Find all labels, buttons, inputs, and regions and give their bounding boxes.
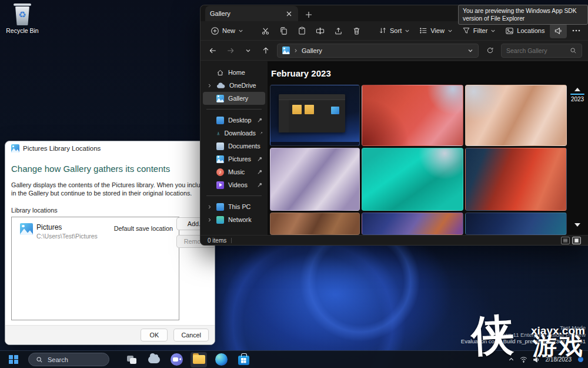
- recycle-bin-shortcut[interactable]: ♻ Recycle Bin: [1, 4, 44, 34]
- new-button[interactable]: New: [206, 24, 248, 38]
- documents-icon: [216, 142, 224, 150]
- file-explorer-taskbar-button[interactable]: [191, 352, 207, 367]
- details-view-button[interactable]: [561, 237, 570, 244]
- cut-button[interactable]: [257, 24, 274, 38]
- tray-date-label: 2/18/2023: [546, 356, 572, 363]
- scroll-up-icon[interactable]: [574, 88, 580, 91]
- sidebar-item-pictures[interactable]: Pictures: [203, 152, 265, 165]
- item-count: 0 items: [208, 237, 226, 244]
- edge-taskbar-button[interactable]: [213, 352, 229, 367]
- pin-icon[interactable]: [257, 169, 263, 175]
- taskbar-search-label: Search: [48, 356, 68, 363]
- photo-grid: [270, 85, 567, 235]
- navigation-pane: Home OneDrive Gallery Desktop Dow: [201, 61, 268, 235]
- taskbar: Search 2/18/2023: [0, 350, 588, 368]
- tray-clock[interactable]: 2/18/2023: [546, 356, 572, 363]
- gallery-icon: [216, 95, 224, 102]
- pin-icon[interactable]: [260, 130, 263, 136]
- expand-chevron-icon[interactable]: [206, 218, 212, 222]
- new-tab-button[interactable]: [302, 8, 316, 21]
- gallery-content-pane: February 2023: [268, 61, 588, 235]
- gallery-photo-thumbnail[interactable]: [270, 148, 360, 211]
- pin-icon[interactable]: [257, 117, 263, 123]
- onedrive-taskbar-button[interactable]: [146, 352, 162, 367]
- scroll-down-icon[interactable]: [574, 223, 580, 227]
- sidebar-item-videos[interactable]: Videos: [203, 178, 265, 191]
- delete-button[interactable]: [348, 24, 365, 38]
- refresh-button[interactable]: [483, 44, 496, 57]
- gallery-photo-thumbnail[interactable]: [465, 85, 567, 146]
- sidebar-item-network[interactable]: Network: [203, 213, 265, 226]
- cancel-button[interactable]: Cancel: [173, 329, 209, 342]
- sidebar-item-desktop[interactable]: Desktop: [203, 114, 265, 127]
- breadcrumb-chevron-icon: [293, 48, 298, 53]
- taskbar-search[interactable]: Search: [28, 353, 109, 366]
- dialog-titlebar[interactable]: Pictures Library Locations: [5, 141, 215, 155]
- microsoft-store-icon: [238, 356, 249, 365]
- music-icon: ♪: [216, 168, 224, 176]
- gallery-group-header: February 2023: [271, 68, 331, 78]
- see-more-button[interactable]: [568, 26, 584, 35]
- breadcrumb-item-gallery[interactable]: Gallery: [302, 47, 322, 54]
- recent-locations-chevron[interactable]: [242, 44, 255, 57]
- paste-button[interactable]: [293, 24, 310, 38]
- sidebar-item-home[interactable]: Home: [203, 66, 265, 79]
- gallery-photo-thumbnail[interactable]: [270, 213, 360, 235]
- view-button[interactable]: View: [415, 24, 457, 38]
- library-location-row-pictures[interactable]: Pictures C:\Users\Test\Pictures Default …: [12, 217, 179, 240]
- timeline-position-marker: [570, 94, 584, 95]
- mini-explorer-graphic: [279, 94, 345, 132]
- large-thumbnails-view-button[interactable]: [572, 237, 581, 244]
- tab-gallery[interactable]: Gallery: [205, 6, 298, 21]
- gallery-photo-thumbnail[interactable]: [362, 85, 463, 146]
- store-taskbar-button[interactable]: [235, 352, 252, 367]
- expand-chevron-icon[interactable]: [206, 84, 212, 88]
- dialog-title: Pictures Library Locations: [23, 145, 101, 152]
- sidebar-item-gallery[interactable]: Gallery: [203, 92, 265, 105]
- pin-icon[interactable]: [257, 182, 263, 188]
- breadcrumb[interactable]: Gallery: [277, 44, 479, 58]
- sidebar-item-downloads[interactable]: Downloads: [203, 127, 265, 140]
- notification-badge[interactable]: [578, 357, 583, 362]
- library-locations-listbox[interactable]: Pictures C:\Users\Test\Pictures Default …: [11, 217, 179, 320]
- expand-chevron-icon[interactable]: [206, 205, 212, 209]
- recycle-bin-label: Recycle Bin: [1, 27, 44, 34]
- library-locations-label: Library locations: [11, 207, 209, 214]
- gallery-photo-thumbnail[interactable]: [362, 148, 463, 211]
- gallery-photo-thumbnail[interactable]: [465, 148, 567, 211]
- tab-close-icon[interactable]: [284, 9, 293, 18]
- filter-button[interactable]: Filter: [458, 24, 500, 38]
- gallery-photo-thumbnail[interactable]: [362, 213, 463, 235]
- task-view-button[interactable]: [123, 352, 140, 367]
- wifi-icon[interactable]: [520, 356, 527, 363]
- share-button[interactable]: [330, 24, 347, 38]
- hidden-icons-chevron[interactable]: [508, 356, 514, 363]
- forward-button[interactable]: [224, 44, 237, 57]
- search-box[interactable]: [501, 44, 582, 58]
- chat-taskbar-button[interactable]: [168, 352, 185, 367]
- sidebar-item-this-pc[interactable]: This PC: [203, 200, 265, 213]
- start-button[interactable]: [5, 352, 22, 367]
- up-button[interactable]: [259, 44, 272, 57]
- address-bar: Gallery: [201, 41, 588, 61]
- timeline-scrubber[interactable]: 2023: [568, 88, 587, 227]
- gallery-photo-thumbnail[interactable]: [465, 213, 567, 235]
- ok-button[interactable]: OK: [141, 329, 168, 342]
- locations-button[interactable]: Locations: [501, 24, 549, 38]
- onedrive-cloud-icon: [148, 356, 160, 363]
- dialog-footer: OK Cancel: [5, 325, 215, 344]
- volume-icon[interactable]: [533, 356, 540, 363]
- rename-button[interactable]: [312, 24, 329, 38]
- address-dropdown-chevron[interactable]: [467, 48, 473, 54]
- sort-button[interactable]: Sort: [375, 24, 414, 38]
- sidebar-item-onedrive[interactable]: OneDrive: [203, 79, 265, 92]
- timeline-year-label: 2023: [571, 96, 584, 102]
- copy-button[interactable]: [275, 24, 292, 38]
- gallery-photo-thumbnail[interactable]: [270, 85, 360, 146]
- sidebar-item-documents[interactable]: Documents: [203, 140, 265, 152]
- preview-announcement-button[interactable]: [550, 24, 567, 38]
- back-button[interactable]: [206, 44, 219, 57]
- pin-icon[interactable]: [257, 156, 263, 162]
- search-input[interactable]: [506, 47, 566, 54]
- sidebar-item-music[interactable]: ♪ Music: [203, 165, 265, 178]
